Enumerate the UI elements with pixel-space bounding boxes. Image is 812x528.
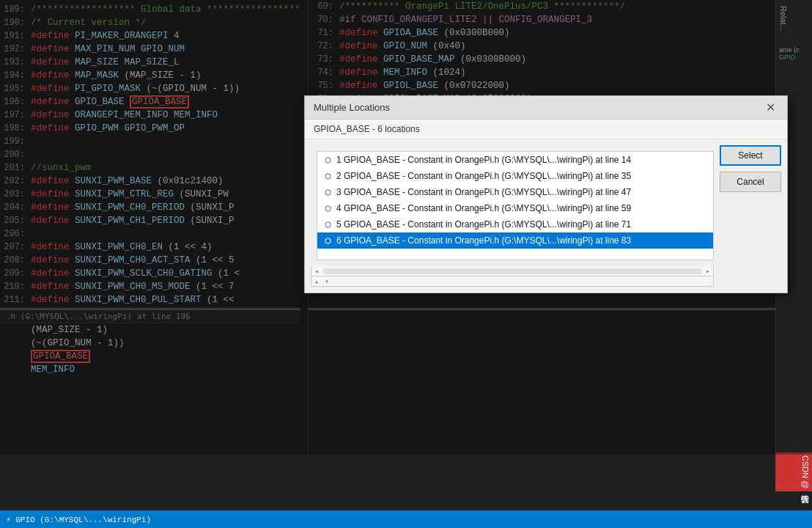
- list-item[interactable]: ⬡1 GPIOA_BASE - Constant in OrangePi.h (…: [317, 152, 713, 168]
- constant-icon: ⬡: [322, 219, 333, 230]
- dialog-body: ⬡1 GPIOA_BASE - Constant in OrangePi.h (…: [305, 139, 787, 293]
- constant-icon: ⬡: [322, 202, 333, 214]
- list-item-label: 6 GPIOA_BASE - Constant in OrangePi.h (G…: [336, 235, 631, 246]
- constant-icon: ⬡: [322, 154, 333, 166]
- list-item-label: 1 GPIOA_BASE - Constant in OrangePi.h (G…: [336, 155, 631, 165]
- multiple-locations-dialog: Multiple Locations ✕ GPIOA_BASE - 6 loca…: [304, 95, 788, 293]
- status-text: ⚡ GPIO (G:\MYSQL\...\wiringPi): [6, 515, 151, 524]
- dialog-buttons: Select Cancel: [714, 139, 787, 293]
- list-item-label: 4 GPIOA_BASE - Constant in OrangePi.h (G…: [336, 203, 631, 213]
- editor-background: 189:/****************** Global data ****…: [0, 0, 812, 528]
- csdn-badge: CSDN @训练营: [775, 452, 812, 491]
- scroll-up-arrow[interactable]: ▴: [311, 276, 322, 287]
- list-item-label: 3 GPIOA_BASE - Constant in OrangePi.h (G…: [336, 187, 631, 197]
- scroll-right-arrow[interactable]: ▸: [703, 266, 713, 276]
- constant-icon: ⬡: [322, 170, 333, 182]
- list-item[interactable]: ⬡2 GPIOA_BASE - Constant in OrangePi.h (…: [317, 168, 713, 184]
- list-item[interactable]: ⬡4 GPIOA_BASE - Constant in OrangePi.h (…: [317, 200, 713, 216]
- list-item-label: 5 GPIOA_BASE - Constant in OrangePi.h (G…: [336, 219, 631, 230]
- dialog-close-button[interactable]: ✕: [762, 100, 778, 116]
- scroll-track: [323, 268, 701, 274]
- dialog-title: Multiple Locations: [314, 102, 390, 113]
- list-item[interactable]: ⬡3 GPIOA_BASE - Constant in OrangePi.h (…: [317, 184, 713, 200]
- locations-list[interactable]: ⬡1 GPIOA_BASE - Constant in OrangePi.h (…: [317, 151, 714, 260]
- horizontal-scrollbar[interactable]: ◂ ▸: [311, 266, 714, 276]
- list-item[interactable]: ⬡6 GPIOA_BASE - Constant in OrangePi.h (…: [317, 232, 713, 249]
- scroll-down-arrow[interactable]: ▾: [322, 276, 332, 287]
- list-item-label: 2 GPIOA_BASE - Constant in OrangePi.h (G…: [336, 171, 631, 181]
- constant-icon: ⬡: [322, 235, 333, 246]
- list-item[interactable]: ⬡5 GPIOA_BASE - Constant in OrangePi.h (…: [317, 216, 713, 232]
- nav-arrows: ▴ ▾: [311, 276, 714, 287]
- select-button[interactable]: Select: [720, 145, 781, 166]
- status-bar: ⚡ GPIO (G:\MYSQL\...\wiringPi): [0, 510, 812, 528]
- constant-icon: ⬡: [322, 186, 333, 198]
- cancel-button[interactable]: Cancel: [720, 172, 781, 192]
- scroll-left-arrow[interactable]: ◂: [311, 266, 322, 276]
- list-container: ⬡1 GPIOA_BASE - Constant in OrangePi.h (…: [311, 145, 714, 287]
- dialog-subtitle: GPIOA_BASE - 6 locations: [305, 120, 787, 139]
- dialog-titlebar: Multiple Locations ✕: [305, 96, 787, 120]
